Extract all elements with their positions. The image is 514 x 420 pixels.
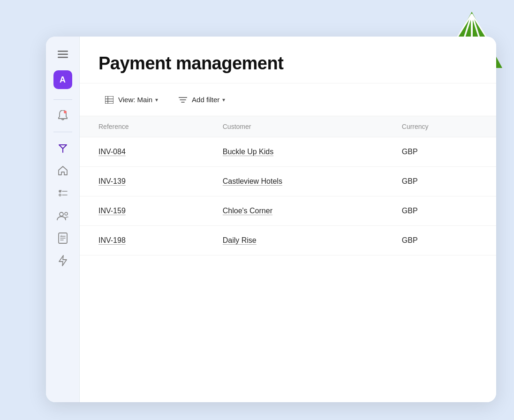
customer-link-3[interactable]: Daily Rise: [223, 236, 257, 244]
filter-label: Add filter: [192, 96, 219, 104]
team-btn[interactable]: [53, 206, 72, 225]
view-button[interactable]: View: Main ▾: [98, 92, 165, 107]
currency-cell-2: GBP: [393, 196, 496, 226]
sidebar: A: [46, 37, 80, 402]
reference-link-3[interactable]: INV-198: [98, 236, 126, 244]
payments-table: Reference Customer Currency INV-084Buckl…: [80, 116, 496, 255]
svg-point-16: [65, 212, 68, 215]
col-reference: Reference: [80, 116, 213, 137]
svg-point-15: [60, 212, 63, 216]
svg-rect-8: [58, 57, 68, 58]
reference-link-1[interactable]: INV-139: [98, 177, 126, 185]
reference-link-0[interactable]: INV-084: [98, 148, 126, 156]
app-container: A: [46, 37, 496, 402]
table-row: INV-198Daily RiseGBP: [80, 226, 496, 255]
tasks-btn[interactable]: [53, 184, 72, 202]
currency-cell-3: GBP: [393, 226, 496, 255]
customer-link-0[interactable]: Buckle Up Kids: [223, 148, 274, 156]
page-title: Payment management: [98, 53, 477, 74]
filter-chevron: ▾: [222, 97, 225, 103]
notifications-btn[interactable]: [53, 106, 72, 125]
svg-rect-22: [105, 96, 113, 104]
table-row: INV-159Chloe's CornerGBP: [80, 196, 496, 226]
svg-rect-7: [58, 54, 68, 55]
customer-link-2[interactable]: Chloe's Corner: [223, 207, 272, 215]
lightning-btn[interactable]: [53, 251, 72, 270]
svg-text:£: £: [61, 234, 62, 237]
col-customer: Customer: [213, 116, 393, 137]
svg-point-13: [59, 194, 61, 196]
toolbar: View: Main ▾ Add filter ▾: [80, 83, 496, 116]
currency-cell-0: GBP: [393, 137, 496, 167]
filter-button[interactable]: Add filter ▾: [172, 92, 232, 107]
customer-link-1[interactable]: Castleview Hotels: [223, 177, 282, 185]
sidebar-divider-1: [53, 99, 72, 100]
table-row: INV-139Castleview HotelsGBP: [80, 167, 496, 196]
reference-link-2[interactable]: INV-159: [98, 207, 126, 215]
menu-icon-btn[interactable]: [54, 46, 71, 63]
table-header-row: Reference Customer Currency: [80, 116, 496, 137]
view-label: View: Main: [118, 96, 152, 104]
main-content: Payment management View: Main ▾: [80, 37, 496, 402]
col-currency: Currency: [393, 116, 496, 137]
page-header: Payment management: [80, 37, 496, 83]
sidebar-divider-2: [53, 132, 72, 132]
currency-cell-1: GBP: [393, 167, 496, 196]
invoices-btn[interactable]: £: [53, 229, 72, 248]
home-btn[interactable]: [53, 161, 72, 180]
view-chevron: ▾: [155, 97, 158, 103]
avatar[interactable]: A: [53, 70, 72, 89]
data-table: Reference Customer Currency INV-084Buckl…: [80, 116, 496, 402]
filter-btn[interactable]: [53, 139, 72, 158]
svg-point-9: [64, 111, 67, 113]
table-row: INV-084Buckle Up KidsGBP: [80, 137, 496, 167]
svg-rect-6: [58, 51, 68, 52]
